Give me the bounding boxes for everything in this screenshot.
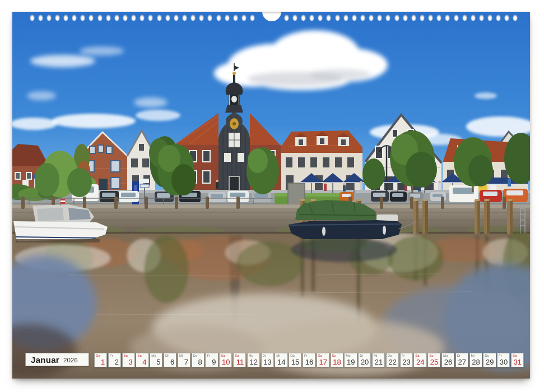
weekday-label: Fr [402, 354, 405, 357]
weekday-label: Mi [471, 354, 475, 357]
day-number: 26 [444, 358, 452, 366]
weekday-label: Mi [179, 354, 183, 357]
day-cell-7: Mi7 [178, 353, 190, 367]
binding-hole [336, 15, 340, 21]
day-number: 24 [416, 358, 424, 366]
month-name: Januar [31, 355, 59, 365]
day-number: 19 [347, 358, 355, 366]
weekday-label: So [429, 354, 433, 357]
day-number: 5 [156, 358, 160, 366]
weekday-label: Do [388, 354, 392, 357]
calendar-page: Januar 2026 Do1Fr2Sa3So4Mo5Di6Mi7Do8Fr9S… [12, 12, 530, 379]
day-cells: Do1Fr2Sa3So4Mo5Di6Mi7Do8Fr9Sa10So11Mo12D… [94, 353, 524, 367]
weekday-label: Di [457, 354, 461, 357]
day-number: 21 [375, 358, 383, 366]
binding-hole [403, 15, 407, 21]
weekday-label: Mi [374, 354, 377, 357]
binding-hole [64, 15, 68, 21]
weekday-label: Do [485, 354, 489, 357]
day-cell-22: Do22 [386, 353, 399, 367]
weekday-label: Di [360, 354, 363, 357]
day-cell-11: So11 [233, 353, 246, 367]
weekday-label: Fr [207, 354, 210, 357]
day-number: 27 [458, 358, 466, 366]
weekday-label: Do [96, 354, 100, 357]
binding-hole [123, 15, 127, 21]
day-number: 29 [486, 358, 494, 366]
binding-hole [412, 15, 416, 21]
day-number: 25 [430, 358, 438, 366]
day-cell-10: Sa10 [219, 353, 232, 367]
day-number: 12 [250, 358, 258, 366]
day-number: 17 [319, 358, 327, 366]
year-label: 2026 [63, 357, 78, 363]
day-cell-1: Do1 [94, 353, 107, 367]
binding-hole [30, 15, 34, 21]
day-number: 20 [361, 358, 369, 366]
weekday-label: So [332, 354, 336, 357]
day-number: 8 [198, 358, 202, 366]
day-cell-8: Do8 [192, 353, 204, 367]
weekday-label: Sa [513, 354, 517, 357]
harbor-photo [12, 12, 530, 379]
day-cell-31: Sa31 [511, 353, 524, 367]
binding-hole [217, 15, 221, 21]
day-cell-16: Fr16 [303, 353, 315, 367]
weekday-label: Fr [499, 354, 502, 357]
day-cell-13: Di13 [261, 353, 274, 367]
weekday-label: Do [193, 354, 198, 357]
day-number: 15 [291, 358, 299, 366]
weekday-label: So [235, 354, 239, 357]
binding-hole [395, 15, 399, 21]
day-number: 13 [263, 358, 271, 366]
day-cell-30: Fr30 [497, 353, 510, 367]
day-cell-23: Fr23 [400, 353, 413, 367]
day-cell-26: Mo26 [441, 353, 454, 367]
binding-hole [47, 15, 51, 21]
binding-hole [225, 15, 229, 21]
binding-hole [55, 15, 59, 21]
day-cell-2: Fr2 [108, 353, 121, 367]
day-cell-29: Do29 [483, 353, 496, 367]
day-number: 11 [236, 358, 244, 366]
day-cell-5: Mo5 [150, 353, 162, 367]
day-cell-21: Mi21 [372, 353, 385, 367]
day-cell-18: So18 [331, 353, 343, 367]
day-cell-12: Mo12 [247, 353, 260, 367]
day-number: 3 [129, 358, 133, 366]
day-number: 4 [142, 358, 146, 366]
day-cell-6: Di6 [164, 353, 176, 367]
binding-hole [480, 15, 483, 21]
day-number: 14 [277, 358, 285, 366]
binding-hole [106, 15, 110, 21]
day-number: 6 [170, 358, 174, 366]
weekday-label: Di [263, 354, 266, 357]
day-cell-17: Sa17 [317, 353, 329, 367]
binding-hole [293, 15, 297, 21]
weekday-label: Mo [151, 354, 156, 357]
weekday-label: Mo [346, 354, 350, 357]
binding-hole [471, 15, 475, 21]
weekday-label: Mo [249, 354, 253, 357]
binding-hole [166, 15, 170, 21]
weekday-label: Sa [221, 354, 225, 357]
binding-hole [115, 15, 119, 21]
binding-hole [39, 15, 43, 21]
day-cell-14: Mi14 [275, 353, 287, 367]
day-number: 9 [212, 358, 216, 366]
day-number: 10 [222, 358, 230, 366]
weekday-label: So [137, 354, 141, 357]
weekday-label: Sa [318, 354, 322, 357]
binding-hole [285, 15, 289, 21]
day-number: 7 [184, 358, 188, 366]
binding-hole [488, 15, 492, 21]
day-number: 22 [388, 358, 396, 366]
binding-hole [98, 15, 102, 21]
binding-hole [183, 15, 187, 21]
weekday-label: Di [165, 354, 169, 357]
weekday-label: Mi [276, 354, 280, 357]
weekday-label: Sa [124, 354, 128, 357]
day-number: 2 [115, 358, 119, 366]
binding-hole [301, 15, 305, 21]
weekday-label: Do [290, 354, 295, 357]
